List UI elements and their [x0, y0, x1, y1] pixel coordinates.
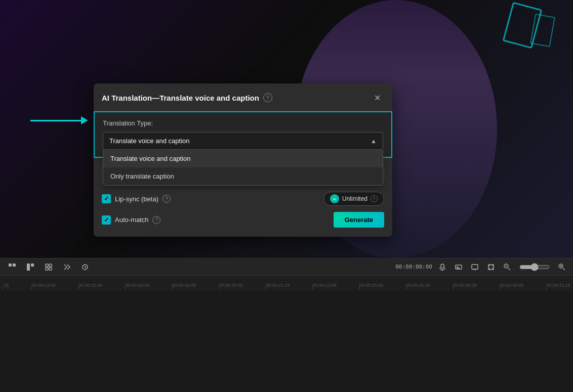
modal-title-area: AI Translation—Translate voice and capti… — [102, 93, 272, 102]
ai-translation-modal: AI Translation—Translate voice and capti… — [94, 83, 392, 237]
checkmark-icon: ✓ — [104, 195, 109, 202]
option-row-automatch: ✓ Auto-match ? Generate — [102, 212, 384, 228]
unlimited-text: Unlimited — [342, 195, 367, 202]
checkmark-icon-2: ✓ — [104, 216, 109, 224]
automatch-help-icon[interactable]: ? — [152, 216, 160, 224]
modal-help-icon[interactable]: ? — [263, 93, 272, 102]
dropdown-selected-text: Translate voice and caption — [109, 137, 190, 145]
translation-type-section: Translation Type: Translate voice and ca… — [94, 111, 392, 158]
automatch-checkbox[interactable]: ✓ — [102, 215, 111, 225]
modal-header: AI Translation—Translate voice and capti… — [94, 83, 392, 111]
generate-button[interactable]: Generate — [334, 212, 384, 228]
option-row-lipsync: ✓ Lip-sync (beta) ? ∞ Unlimited ? — [102, 192, 384, 206]
modal-title: AI Translation—Translate voice and capti… — [102, 94, 259, 102]
dropdown-menu: Translate voice and caption Only transla… — [103, 150, 383, 186]
unlimited-icon: ∞ — [330, 194, 339, 203]
options-section: ✓ Lip-sync (beta) ? ∞ Unlimited ? — [94, 188, 392, 235]
automatch-label: Auto-match — [115, 216, 148, 224]
translation-type-label: Translation Type: — [103, 119, 383, 127]
dropdown-selected[interactable]: Translate voice and caption ▲ — [103, 132, 383, 150]
close-button[interactable]: ✕ — [370, 91, 384, 105]
option-left-automatch: ✓ Auto-match ? — [102, 215, 160, 225]
lipsync-label: Lip-sync (beta) — [115, 195, 158, 203]
lipsync-checkbox[interactable]: ✓ — [102, 194, 111, 203]
dropdown-item-0[interactable]: Translate voice and caption — [103, 150, 383, 167]
unlimited-badge[interactable]: ∞ Unlimited ? — [323, 192, 384, 206]
lipsync-help-icon[interactable]: ? — [162, 195, 171, 203]
chevron-down-icon: ▲ — [371, 138, 377, 145]
modal-overlay: AI Translation—Translate voice and capti… — [0, 0, 573, 392]
translation-type-dropdown: Translate voice and caption ▲ Translate … — [103, 132, 383, 150]
dropdown-item-1[interactable]: Only translate caption — [103, 167, 383, 185]
option-left-lipsync: ✓ Lip-sync (beta) ? — [102, 194, 171, 203]
unlimited-help-icon[interactable]: ? — [371, 195, 378, 202]
